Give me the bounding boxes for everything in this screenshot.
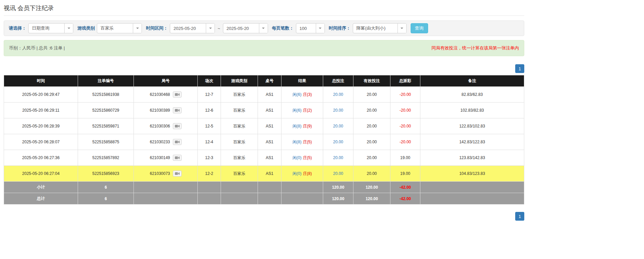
col-header-bet-no: 注单编号 [78, 75, 134, 87]
col-header-result: 结果 [281, 75, 323, 87]
result-banker-text: 庄(8) [303, 171, 312, 176]
total-bet-link[interactable]: 20.00 [333, 124, 343, 128]
cell-payout: -20.00 [390, 103, 420, 118]
page-1-button[interactable]: 1 [515, 212, 524, 221]
sort-order-value[interactable]: 降冪(由大到小) [353, 24, 397, 33]
cell-bet-no: 522515856923 [78, 166, 134, 182]
table-row: 2025-05-20 06:29:11 522515860729 6210303… [4, 103, 524, 118]
query-type-caret-button[interactable] [64, 24, 73, 33]
cell-valid-bet: 20.00 [353, 103, 390, 118]
subtotal-label: 小计 [4, 182, 78, 193]
subtotal-payout: -42.00 [390, 182, 420, 193]
video-camera-icon [175, 124, 180, 128]
cell-payout: 19.00 [390, 166, 420, 182]
video-replay-button[interactable] [173, 107, 182, 113]
date-range-separator: ~ [218, 26, 220, 31]
page-size-caret-button[interactable] [316, 24, 325, 33]
cell-time: 2025-05-20 06:29:47 [4, 87, 78, 103]
total-bet-link[interactable]: 20.00 [333, 108, 343, 113]
col-header-payout: 总派彩 [390, 75, 420, 87]
cell-game-type: 百家乐 [221, 118, 258, 134]
date-to-dropdown[interactable]: 2025-05-20 [223, 23, 268, 33]
table-row: 2025-05-20 06:28:39 522515859871 6210303… [4, 118, 524, 134]
query-type-value[interactable]: 日期查询 [29, 24, 64, 33]
cell-table-no: AS1 [258, 134, 281, 150]
page-title: 视讯 会员下注纪录 [4, 4, 524, 12]
col-header-round-no: 局号 [134, 75, 198, 87]
total-bet-link[interactable]: 20.00 [333, 171, 343, 176]
table-row: 2025-05-20 06:28:07 522515858875 6210302… [4, 134, 524, 150]
col-header-session: 场次 [198, 75, 221, 87]
cell-total-bet: 20.00 [323, 103, 353, 118]
cell-session: 12-6 [198, 103, 221, 118]
query-type-dropdown[interactable]: 日期查询 [28, 23, 73, 33]
cell-session: 12-4 [198, 134, 221, 150]
total-count: 6 [78, 193, 134, 205]
date-from-dropdown[interactable]: 2025-05-20 [170, 23, 215, 33]
game-type-group: 游戏类别 百家乐 [77, 23, 142, 33]
cell-valid-bet: 20.00 [353, 118, 390, 134]
col-header-valid-bet: 有效投注 [353, 75, 390, 87]
page-size-label: 每页笔数： [272, 25, 294, 31]
query-button[interactable]: 查询 [411, 23, 428, 33]
chevron-down-icon [209, 28, 212, 29]
cell-result: 闲(6)庄(2) [281, 103, 323, 118]
video-camera-icon [175, 156, 180, 159]
date-from-value[interactable]: 2025-05-20 [170, 24, 206, 33]
col-header-game-type: 游戏类别 [221, 75, 258, 87]
chevron-down-icon [262, 28, 265, 29]
total-valid-bet: 120.00 [353, 193, 390, 205]
video-replay-button[interactable] [173, 171, 182, 177]
game-type-label: 游戏类别 [77, 25, 95, 31]
subtotal-count: 6 [78, 182, 134, 193]
cell-round-no: 621030233 [134, 134, 198, 150]
video-replay-button[interactable] [173, 155, 182, 161]
video-camera-icon [175, 140, 180, 144]
date-from-caret-button[interactable] [206, 24, 215, 33]
game-type-dropdown[interactable]: 百家乐 [97, 23, 142, 33]
video-replay-button[interactable] [173, 139, 182, 145]
date-to-value[interactable]: 2025-05-20 [223, 24, 259, 33]
cell-result: 闲(0)庄(5) [281, 150, 323, 166]
result-banker-text: 庄(2) [303, 108, 312, 113]
result-player-text: 闲(6) [293, 108, 302, 113]
sort-order-label: 时间排序： [329, 25, 351, 31]
cell-result: 闲(8)庄(5) [281, 134, 323, 150]
pagination-top: 1 [4, 64, 524, 73]
result-banker-text: 庄(9) [303, 124, 312, 128]
filter-bar: 请选择： 日期查询 游戏类别 百家乐 时间区间： 2025-05-20 ~ 20… [4, 21, 524, 36]
chevron-down-icon [68, 28, 70, 29]
cell-bet-no: 522515857892 [78, 150, 134, 166]
page-1-button[interactable]: 1 [515, 64, 524, 73]
cell-note: 82.83/62.83 [420, 87, 524, 103]
game-type-value[interactable]: 百家乐 [97, 24, 133, 33]
page-size-value[interactable]: 100 [296, 24, 316, 33]
cell-round-no: 621030389 [134, 103, 198, 118]
round-no-text: 621030233 [150, 140, 170, 144]
result-banker-text: 庄(5) [303, 155, 312, 160]
cell-table-no: AS1 [258, 166, 281, 182]
cell-valid-bet: 20.00 [353, 87, 390, 103]
cell-total-bet: 20.00 [323, 134, 353, 150]
total-bet-link[interactable]: 20.00 [333, 92, 343, 97]
col-header-note: 备注 [420, 75, 524, 87]
game-type-caret-button[interactable] [133, 24, 142, 33]
cell-note: 102.83/82.83 [420, 103, 524, 118]
video-replay-button[interactable] [173, 91, 182, 98]
round-no-text: 621030468 [150, 92, 170, 97]
cell-session: 12-7 [198, 87, 221, 103]
total-bet-link[interactable]: 20.00 [333, 155, 343, 160]
cell-time: 2025-05-20 06:29:11 [4, 103, 78, 118]
sort-order-caret-button[interactable] [397, 24, 406, 33]
page-size-dropdown[interactable]: 100 [296, 23, 325, 33]
result-player-text: 闲(0) [293, 171, 302, 176]
date-to-caret-button[interactable] [259, 24, 268, 33]
page: 视讯 会员下注纪录 请选择： 日期查询 游戏类别 百家乐 时间区间： 2025-… [4, 0, 524, 221]
total-bet-link[interactable]: 20.00 [333, 140, 343, 144]
cell-result: 闲(8)庄(9) [281, 118, 323, 134]
video-replay-button[interactable] [173, 123, 182, 129]
sort-order-dropdown[interactable]: 降冪(由大到小) [353, 23, 407, 33]
sort-order-group: 时间排序： 降冪(由大到小) [329, 23, 407, 33]
cell-payout: 19.00 [390, 150, 420, 166]
table-row: 2025-05-20 06:27:04 522515856923 6210300… [4, 166, 524, 182]
